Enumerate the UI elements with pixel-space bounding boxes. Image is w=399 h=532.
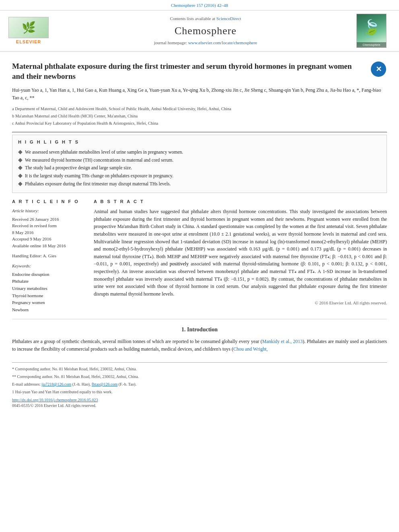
affiliation-b: b Ma'anshan Maternal and Child Health (M… <box>12 113 387 119</box>
journal-cover: Chemosphere <box>356 14 387 48</box>
keywords-heading: Keywords: <box>12 263 86 269</box>
received-date: Received 26 January 2016 <box>12 216 86 223</box>
footer-section: * Corresponding author. No. 81 Meishan R… <box>12 362 387 409</box>
intro-text: Phthalates are a group of synthetic chem… <box>12 338 387 353</box>
crossmark: ✕ <box>371 62 387 78</box>
bullet-icon-2: ◆ <box>18 157 23 164</box>
elsevier-image <box>8 17 49 38</box>
keyword-newborn: Newborn <box>12 306 86 314</box>
intro-number: 1. <box>181 327 186 333</box>
abstract-heading: A B S T R A C T <box>94 199 387 205</box>
journal-ref-text: Chemosphere 157 (2016) 42–48 <box>171 3 228 8</box>
accepted-date: Accepted 9 May 2016 <box>12 236 86 242</box>
highlight-text-5: Phthalates exposure during the first tri… <box>25 181 171 187</box>
authors: Hui-yuan Yao a, 1, Yan Han a, 1, Hui Gao… <box>12 86 387 102</box>
abstract-column: A B S T R A C T Animal and human studies… <box>94 199 387 314</box>
homepage-link[interactable]: www.elsevier.com/locate/chemosphere <box>188 40 257 45</box>
email-link-2[interactable]: fbtao@126.com <box>92 382 117 386</box>
affiliation-c: c Anhui Provincial Key Laboratory of Pop… <box>12 120 387 127</box>
journal-title: Chemosphere <box>175 24 237 38</box>
intro-heading: Introduction <box>187 327 218 333</box>
keyword-endocrine: Endocrine disruption <box>12 271 86 278</box>
main-content: Maternal phthalate exposure during the f… <box>0 52 399 415</box>
keyword-thyroid: Thyroid hormone <box>12 292 86 300</box>
highlight-text-3: The study had a prospective design and l… <box>25 164 132 171</box>
keyword-phthalate: Phthalate <box>12 278 86 285</box>
sciencedirect-prefix: Contents lists available at <box>170 16 215 21</box>
history-label: Article history: <box>12 208 86 214</box>
footer-note-2: ** Corresponding author. No. 81 Meishan … <box>12 374 387 380</box>
highlight-item-4: ◆ It is the largest study examing THs ch… <box>18 173 381 179</box>
elsevier-logo: ELSEVIER <box>6 17 51 45</box>
footer-doi: http://dx.doi.org/10.1016/j.chemosphere.… <box>12 397 387 403</box>
revised-date: Received in revised form8 May 2016 <box>12 222 86 236</box>
affiliation-a-text: a Department of Maternal, Child and Adol… <box>12 107 231 111</box>
highlights-section: H I G H L I G H T S ◆ We assessed seven … <box>12 135 387 193</box>
elsevier-label: ELSEVIER <box>16 39 41 45</box>
footer-note-3: 1 Hui-yuan Yao and Yan Han contributed e… <box>12 389 387 395</box>
journal-cover-label: Chemosphere <box>357 42 386 48</box>
handling-editor: Handling Editor: A. Gies <box>12 253 86 259</box>
copyright-line: © 2016 Elsevier Ltd. All rights reserved… <box>94 300 387 306</box>
two-column-section: A R T I C L E I N F O Article history: R… <box>12 199 387 314</box>
header-left: ELSEVIER <box>6 14 55 48</box>
highlight-item-3: ◆ The study had a prospective design and… <box>18 164 381 171</box>
intro-title: 1. Introduction <box>12 326 387 334</box>
journal-reference-bar: Chemosphere 157 (2016) 42–48 <box>0 0 399 10</box>
affiliation-c-text: c Anhui Provincial Key Laboratory of Pop… <box>12 121 158 125</box>
introduction-section: 1. Introduction Phthalates are a group o… <box>12 326 387 353</box>
highlight-item-2: ◆ We measured thyroid hormone (TH) conce… <box>18 157 381 164</box>
footer-issn: 0045-6535/© 2016 Elsevier Ltd. All right… <box>12 403 387 409</box>
highlight-item-1: ◆ We assessed seven phthalate metabolite… <box>18 149 381 156</box>
article-history: Article history: Received 26 January 201… <box>12 208 86 249</box>
bullet-icon-4: ◆ <box>18 173 23 179</box>
bullet-icon-3: ◆ <box>18 164 23 171</box>
affiliation-a: a Department of Maternal, Child and Adol… <box>12 106 387 112</box>
highlight-item-5: ◆ Phthalates exposure during the first t… <box>18 181 381 187</box>
author-list: Hui-yuan Yao a, 1, Yan Han a, 1, Hui Gao… <box>12 87 381 101</box>
sciencedirect-link-text: Contents lists available at ScienceDirec… <box>170 16 241 22</box>
header-section: ELSEVIER Contents lists available at Sci… <box>0 10 399 52</box>
footer-email-line: E-mail addresses: jia7218@126.com (J.-h.… <box>12 381 387 387</box>
sciencedirect-link[interactable]: ScienceDirect <box>216 16 241 21</box>
article-title-section: Maternal phthalate exposure during the f… <box>12 62 387 81</box>
bullet-icon-5: ◆ <box>18 181 23 187</box>
article-info-heading: A R T I C L E I N F O <box>12 199 86 205</box>
highlight-text-4: It is the largest study examing THs chan… <box>25 173 173 179</box>
header-right: Chemosphere <box>356 14 393 48</box>
article-info-column: A R T I C L E I N F O Article history: R… <box>12 199 86 314</box>
affiliations: a Department of Maternal, Child and Adol… <box>12 106 387 126</box>
highlights-title: H I G H L I G H T S <box>18 139 381 145</box>
homepage-prefix: journal homepage: <box>154 40 187 45</box>
highlight-text-1: We assessed seven phthalate metabolites … <box>25 149 183 155</box>
available-date: Available online 18 May 2016 <box>12 242 86 249</box>
bullet-icon-1: ◆ <box>18 149 23 156</box>
keyword-urinary: Urinary metabolites <box>12 285 86 292</box>
header-center: Contents lists available at ScienceDirec… <box>59 14 352 48</box>
section-divider <box>12 319 387 319</box>
highlight-text-2: We measured thyroid hormone (TH) concent… <box>25 157 173 163</box>
keyword-pregnancy: Pregnancy women <box>12 299 86 306</box>
affiliation-b-text: b Ma'anshan Maternal and Child Health (M… <box>12 114 138 118</box>
doi-link[interactable]: http://dx.doi.org/10.1016/j.chemosphere.… <box>12 398 98 402</box>
footer-note-1: * Corresponding author. No. 81 Meishan R… <box>12 366 387 372</box>
journal-homepage: journal homepage: www.elsevier.com/locat… <box>154 40 257 46</box>
crossmark-icon: ✕ <box>371 62 386 77</box>
article-title: Maternal phthalate exposure during the f… <box>12 62 364 81</box>
page: Chemosphere 157 (2016) 42–48 ELSEVIER Co… <box>0 0 399 532</box>
divider-top <box>12 132 387 132</box>
abstract-text: Animal and human studies have suggested … <box>94 208 387 298</box>
email-link-1[interactable]: jia7218@126.com <box>41 382 71 386</box>
